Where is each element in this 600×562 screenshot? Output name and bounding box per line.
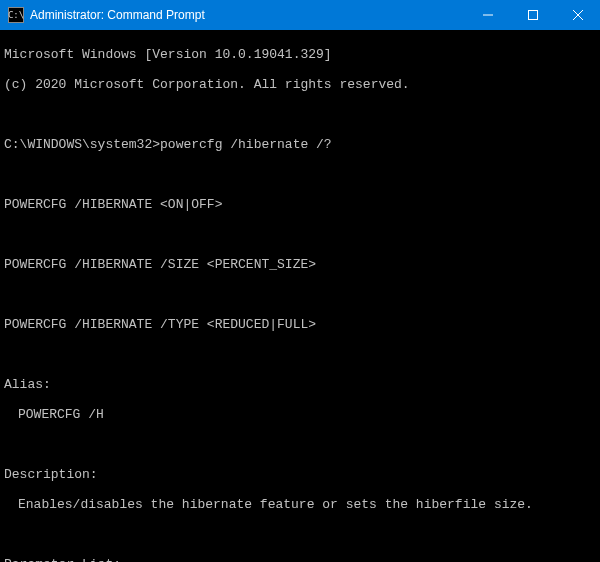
minimize-button[interactable] xyxy=(465,0,510,30)
maximize-icon xyxy=(528,10,538,20)
parameter-header: Parameter List: xyxy=(4,557,596,562)
usage-line: POWERCFG /HIBERNATE /TYPE <REDUCED|FULL> xyxy=(4,317,596,332)
blank-line xyxy=(4,287,596,302)
description-text: Enables/disables the hibernate feature o… xyxy=(4,497,596,512)
blank-line xyxy=(4,227,596,242)
maximize-button[interactable] xyxy=(510,0,555,30)
titlebar[interactable]: C:\ Administrator: Command Prompt xyxy=(0,0,600,30)
alias-value: POWERCFG /H xyxy=(4,407,596,422)
window-controls xyxy=(465,0,600,30)
usage-line: POWERCFG /HIBERNATE <ON|OFF> xyxy=(4,197,596,212)
minimize-icon xyxy=(483,10,493,20)
close-icon xyxy=(573,10,583,20)
blank-line xyxy=(4,437,596,452)
copyright-text: (c) 2020 Microsoft Corporation. All righ… xyxy=(4,77,596,92)
blank-line xyxy=(4,167,596,182)
blank-line xyxy=(4,527,596,542)
command-prompt-window: C:\ Administrator: Command Prompt Micros… xyxy=(0,0,600,562)
terminal-output[interactable]: Microsoft Windows [Version 10.0.19041.32… xyxy=(0,30,600,562)
version-text: Microsoft Windows [Version 10.0.19041.32… xyxy=(4,47,596,62)
svg-rect-0 xyxy=(528,11,537,20)
usage-line: POWERCFG /HIBERNATE /SIZE <PERCENT_SIZE> xyxy=(4,257,596,272)
description-header: Description: xyxy=(4,467,596,482)
close-button[interactable] xyxy=(555,0,600,30)
blank-line xyxy=(4,107,596,122)
blank-line xyxy=(4,347,596,362)
prompt-text: C:\WINDOWS\system32> xyxy=(4,137,160,152)
alias-header: Alias: xyxy=(4,377,596,392)
prompt-line: C:\WINDOWS\system32>powercfg /hibernate … xyxy=(4,137,596,152)
command-text: powercfg /hibernate /? xyxy=(160,137,332,152)
window-title: Administrator: Command Prompt xyxy=(30,8,465,22)
cmd-icon: C:\ xyxy=(8,7,24,23)
